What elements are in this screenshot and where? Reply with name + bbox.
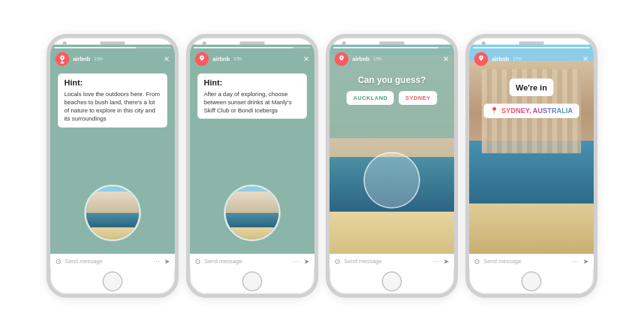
option-auckland-3[interactable]: AUCKLAND	[347, 91, 394, 105]
were-in-card-4: We're in	[509, 79, 553, 96]
camera-icon-3: ⊙	[335, 258, 340, 266]
camera-icon-1: ⊙	[55, 258, 61, 266]
airbnb-logo-icon-1	[58, 55, 67, 63]
circle-image-2	[224, 185, 280, 241]
bottom-bar-4: ⊙ Send message ··· ➤	[469, 254, 594, 269]
story-topbar-1: airbnb 15h ✕	[50, 45, 175, 68]
phone-top-2	[190, 38, 314, 45]
phone-screen-3: airbnb 15h ✕ Can you guess? AUCKLAND SYD…	[330, 45, 454, 269]
airbnb-logo-icon-4	[477, 55, 486, 63]
hint-body-2: After a day of exploring, choose between…	[204, 90, 301, 115]
hint-card-2: Hint: After a day of exploring, choose b…	[197, 73, 307, 119]
dots-icon-1: ···	[153, 258, 160, 265]
message-input-3[interactable]: Send message	[344, 258, 429, 264]
story-area-4: airbnb 15h ✕ We're in 📍 SYDNEY, AUSTRALI…	[469, 45, 594, 254]
story-time-1: 15h	[94, 56, 103, 62]
story-topbar-2: airbnb 15h ✕	[190, 45, 314, 68]
story-time-2: 15h	[234, 56, 242, 62]
airbnb-logo-icon-3	[337, 55, 346, 63]
bottom-bar-1: ⊙ Send message ··· ➤	[50, 254, 175, 269]
phones-container: airbnb 15h ✕ Hint: Locals love the outdo…	[34, 21, 610, 310]
phone-screen-1: airbnb 15h ✕ Hint: Locals love the outdo…	[50, 45, 175, 269]
location-text-4: SYDNEY, AUSTRALIA	[501, 107, 572, 114]
phone-4: airbnb 15h ✕ We're in 📍 SYDNEY, AUSTRALI…	[465, 34, 597, 298]
phone-2: airbnb 15h ✕ Hint: After a day of explor…	[186, 34, 318, 298]
airbnb-avatar-1	[55, 52, 69, 66]
phone-top-3	[330, 38, 454, 45]
hint-card-1: Hint: Locals love the outdoors here. Fro…	[58, 73, 167, 128]
home-button-4[interactable]	[521, 271, 541, 291]
hint-title-2: Hint:	[204, 78, 301, 87]
guess-options-3: AUCKLAND SYDNEY	[330, 89, 454, 107]
camera-icon-4: ⊙	[474, 258, 480, 266]
send-icon-4[interactable]: ➤	[583, 258, 589, 266]
location-pin-icon-4: 📍	[490, 107, 499, 115]
story-area-1: airbnb 15h ✕ Hint: Locals love the outdo…	[50, 45, 175, 254]
phone-1: airbnb 15h ✕ Hint: Locals love the outdo…	[47, 34, 179, 298]
airbnb-avatar-4	[474, 52, 488, 66]
home-button-1[interactable]	[103, 271, 123, 291]
send-icon-1[interactable]: ➤	[164, 258, 170, 266]
phone-top-1	[50, 38, 175, 45]
message-input-1[interactable]: Send message	[65, 258, 150, 264]
story-topbar-4: airbnb 15h ✕	[469, 45, 594, 68]
hint-title-1: Hint:	[64, 78, 161, 87]
were-in-label-4: We're in	[516, 83, 547, 92]
phone-top-4	[469, 38, 594, 45]
phone-screen-2: airbnb 15h ✕ Hint: After a day of explor…	[190, 45, 314, 269]
phone-3: airbnb 15h ✕ Can you guess? AUCKLAND SYD…	[326, 34, 458, 298]
airbnb-avatar-3	[335, 52, 348, 66]
bottom-bar-3: ⊙ Send message ··· ➤	[330, 254, 454, 269]
message-input-4[interactable]: Send message	[484, 258, 569, 264]
home-button-2[interactable]	[242, 271, 262, 291]
camera-icon-2: ⊙	[195, 258, 201, 266]
story-area-3: airbnb 15h ✕ Can you guess? AUCKLAND SYD…	[330, 45, 454, 254]
airbnb-logo-icon-2	[197, 55, 206, 63]
story-area-2: airbnb 15h ✕ Hint: After a day of explor…	[190, 45, 314, 254]
bottom-bar-2: ⊙ Send message ··· ➤	[190, 254, 314, 269]
circle-image-1	[84, 185, 141, 241]
story-close-4[interactable]: ✕	[582, 55, 589, 63]
story-close-2[interactable]: ✕	[303, 55, 309, 63]
story-username-3: airbnb	[352, 56, 370, 62]
phone-screen-4: airbnb 15h ✕ We're in 📍 SYDNEY, AUSTRALI…	[469, 45, 594, 269]
dots-icon-4: ···	[572, 258, 579, 265]
dots-icon-2: ···	[293, 258, 300, 265]
story-close-1[interactable]: ✕	[164, 55, 170, 63]
airbnb-avatar-2	[195, 52, 209, 66]
message-input-2[interactable]: Send message	[204, 258, 289, 264]
location-card-4: 📍 SYDNEY, AUSTRALIA	[484, 104, 579, 118]
home-button-3[interactable]	[382, 271, 402, 291]
send-icon-2[interactable]: ➤	[304, 258, 309, 266]
circle-overlay-3	[364, 152, 420, 209]
dots-icon-3: ···	[433, 258, 440, 265]
story-time-3: 15h	[374, 56, 382, 62]
story-time-4: 15h	[513, 56, 521, 62]
story-close-3[interactable]: ✕	[443, 55, 449, 63]
story-topbar-3: airbnb 15h ✕	[330, 45, 454, 68]
hint-body-1: Locals love the outdoors here. From beac…	[64, 90, 161, 123]
send-icon-3[interactable]: ➤	[443, 258, 449, 266]
story-username-2: airbnb	[213, 56, 230, 62]
guess-prompt-3: Can you guess?	[330, 68, 454, 89]
story-username-4: airbnb	[492, 56, 509, 62]
option-sydney-3[interactable]: SYDNEY	[399, 91, 436, 105]
story-username-1: airbnb	[73, 56, 91, 62]
